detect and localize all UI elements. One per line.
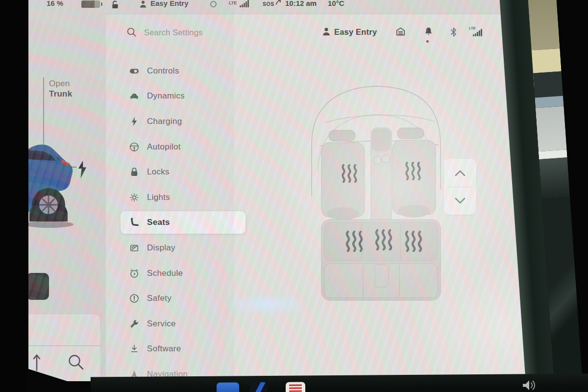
sidebar-item-dynamics[interactable]: Dynamics — [121, 84, 245, 109]
sidebar-item-seats[interactable]: Seats — [121, 211, 245, 234]
nav-search-panel — [28, 314, 101, 381]
battery-nub — [101, 2, 102, 6]
garage-homelink-icon[interactable] — [395, 26, 406, 37]
window-band-bright — [532, 49, 562, 74]
safety-icon — [128, 293, 140, 304]
center-console — [371, 128, 392, 233]
settings-search-row: Easy Entry LTE — [106, 14, 534, 46]
toggle-icon — [128, 65, 140, 77]
sidebar-item-software[interactable]: Software — [121, 337, 245, 362]
dock-app-icon-3[interactable] — [286, 382, 305, 392]
window-band-dark — [533, 72, 563, 98]
sos-arrow-icon — [275, 0, 282, 7]
lock-icon — [128, 166, 140, 178]
status-bar: 16 % Easy Entry LTE SOS 10:12 am 10°C — [28, 0, 534, 12]
outside-temperature: 10°C — [328, 0, 344, 7]
sidebar-item-charging[interactable]: Charging — [121, 109, 245, 134]
settings-sidebar: Controls Dynamics Charging Autopilot Loc… — [121, 58, 245, 381]
light-icon — [128, 192, 140, 203]
car-icon — [128, 90, 140, 102]
interior-shadow-left — [0, 0, 28, 392]
charge-bolt-icon — [70, 161, 89, 179]
nav-search-icon[interactable] — [67, 353, 85, 371]
window-band-silver — [536, 106, 567, 151]
chevron-up-icon[interactable] — [444, 159, 476, 187]
settings-panel: Easy Entry LTE — [105, 14, 534, 381]
bluetooth-icon[interactable] — [449, 26, 458, 38]
scheduled-departure-icon — [128, 268, 140, 279]
north-up-arrow-icon[interactable] — [33, 352, 41, 372]
settings-search-input[interactable] — [143, 25, 270, 40]
front-right-seat[interactable] — [392, 128, 436, 218]
status-lte-label: LTE — [229, 0, 237, 5]
wrench-icon — [128, 318, 140, 330]
window-band-olive — [528, 0, 560, 50]
lte-signal-icon: LTE — [469, 26, 486, 37]
voice-command-button[interactable] — [28, 273, 49, 300]
sidebar-item-service[interactable]: Service — [121, 311, 245, 337]
dock-app-icon-1[interactable] — [217, 382, 239, 392]
open-trunk-button[interactable]: Open Trunk — [49, 78, 72, 99]
unlock-icon[interactable] — [111, 0, 119, 11]
photo-frame: 16 % Easy Entry LTE SOS 10:12 am 10°C — [0, 0, 588, 392]
software-update-icon — [128, 343, 140, 355]
sidebar-item-locks[interactable]: Locks — [121, 159, 245, 185]
chevron-down-icon[interactable] — [444, 187, 476, 215]
status-profile-label[interactable]: Easy Entry — [150, 0, 189, 7]
sidebar-item-safety[interactable]: Safety — [121, 286, 245, 311]
seat-icon — [128, 217, 140, 228]
tesla-touchscreen: 16 % Easy Entry LTE SOS 10:12 am 10°C — [28, 0, 534, 381]
sos-label: SOS — [263, 1, 274, 7]
sidebar-item-lights[interactable]: Lights — [121, 185, 245, 210]
open-trunk-label-1: Open — [49, 78, 72, 89]
sidebar-item-display[interactable]: Display — [121, 235, 245, 261]
screen-bezel-bottom — [91, 373, 588, 392]
driver-profile-icon[interactable] — [139, 0, 147, 10]
settings-profile-button[interactable]: Easy Entry — [334, 27, 377, 37]
search-icon — [126, 27, 137, 38]
status-signal-bars-icon — [240, 0, 249, 7]
battery-icon — [81, 0, 100, 8]
panel-divider — [28, 345, 100, 346]
passenger-airbag-ring-icon — [210, 1, 217, 7]
sidebar-item-controls[interactable]: Controls — [121, 58, 245, 84]
bolt-icon — [128, 116, 140, 127]
dock-app-icon-2[interactable] — [250, 382, 268, 392]
profile-person-icon — [322, 27, 331, 36]
volume-speaker-icon[interactable] — [521, 378, 538, 392]
car-render — [28, 138, 74, 231]
window-band-fade — [539, 157, 570, 199]
steering-wheel-icon — [128, 141, 140, 153]
clock: 10:12 am — [285, 0, 317, 7]
bell-icon[interactable] — [423, 26, 434, 38]
open-trunk-label-2: Trunk — [49, 89, 72, 99]
home-divider-line — [43, 77, 44, 147]
front-left-seat[interactable] — [321, 130, 365, 220]
notification-dot — [426, 40, 429, 43]
sidebar-item-schedule[interactable]: Schedule — [121, 261, 245, 286]
scroll-control — [444, 159, 476, 215]
rear-bench — [321, 220, 441, 300]
sidebar-item-autopilot[interactable]: Autopilot — [121, 134, 245, 160]
display-icon — [128, 242, 140, 254]
battery-percent: 16 % — [47, 0, 63, 7]
